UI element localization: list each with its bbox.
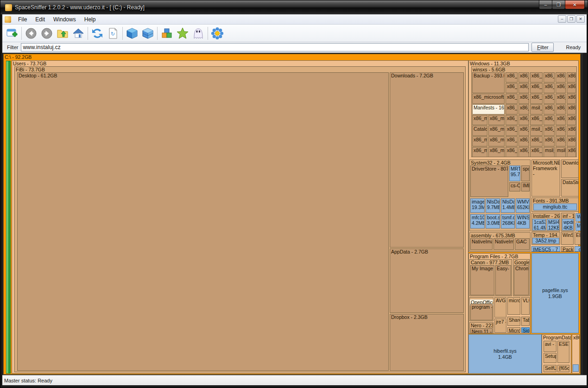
treemap-block[interactable]: WinS. [561,232,574,245]
treemap-block[interactable]: cs-CZ [509,182,520,191]
up-folder-icon[interactable] [55,26,70,41]
treemap-block[interactable]: x86_m [544,136,555,146]
treemap-block[interactable]: boot.sd 3.0MB [486,214,500,229]
treemap-block[interactable]: x86_m [556,126,566,136]
treemap-block[interactable]: Share [507,317,520,326]
filter-input[interactable] [21,43,529,51]
treemap-block[interactable]: x86_m [488,115,505,125]
treemap-block[interactable]: Micros [507,327,520,333]
treemap-block[interactable]: WTV [575,213,581,222]
treemap-block[interactable]: Catalog [472,126,487,136]
filter-button[interactable]: Filter [531,43,554,52]
block-msnet[interactable]: Microsoft.NET Framework - [531,159,560,197]
treemap-block[interactable]: 3A52.tmp [532,238,559,244]
treemap-block[interactable]: NativeImag [470,238,493,250]
cube-simple-icon[interactable] [124,26,140,41]
treemap-block[interactable]: WMVXI 652KB [516,198,530,213]
treemap-block[interactable]: x86_m [567,115,576,125]
treemap-block[interactable]: x86_pn [506,136,518,146]
treemap-block[interactable]: MSI4 12KB [547,219,559,230]
configuration-icon[interactable] [209,26,225,41]
treemap-block[interactable]: x86_mi [506,126,518,136]
treemap-block[interactable]: NlsDat. 1.4MB [501,198,515,213]
block-appdata[interactable]: AppData - 2.7GB [390,248,464,313]
treemap-block[interactable]: x86_i [518,94,529,104]
treemap-block[interactable]: x86_mi [472,147,487,157]
treemap-block[interactable]: x86_m [556,115,566,125]
treemap-block[interactable]: Med [575,223,581,231]
mdi-restore-button[interactable]: ❐ [567,15,575,23]
treemap-block[interactable]: mfc100 4.2MB [470,214,485,229]
treemap-block[interactable]: ELS [575,232,581,245]
file-unnamed[interactable] [573,364,579,372]
blocks-icon[interactable] [159,26,175,41]
file-mrt[interactable]: MRT 95.7M [509,165,520,181]
menu-edit[interactable]: Edit [31,15,49,24]
treemap-block[interactable]: Chrome - [514,265,529,295]
treemap-block[interactable]: x86_m [544,83,555,93]
cube-detail-icon[interactable] [140,26,156,41]
treemap-block[interactable]: msil_sr [556,147,566,157]
forward-icon[interactable] [39,26,55,41]
treemap-block[interactable]: AVG [494,297,506,318]
treemap-block[interactable]: My Image Gar [470,265,494,295]
treemap-block[interactable]: x86_m [544,104,555,114]
treemap-block[interactable]: x86_m [556,72,566,83]
treemap-block[interactable]: Download [561,159,579,178]
maximize-button[interactable]: ❐ [552,0,565,9]
treemap-block[interactable]: x86_m [518,126,529,136]
treemap-block[interactable]: x86_m [506,104,518,114]
block-backup[interactable]: Backup - 393.0M [472,72,505,93]
menu-file[interactable]: File [14,15,31,24]
treemap-block[interactable]: x86_m [518,136,529,146]
treemap-block[interactable]: x86_xn [567,147,576,157]
treemap-block[interactable]: jre7 - [494,318,506,333]
treemap-block[interactable]: x86_m [518,115,529,125]
treemap-block[interactable]: Easy- [495,265,511,295]
treemap-block[interactable]: x86_m [567,94,576,104]
treemap-block[interactable]: x86_pr [544,72,555,83]
treemap-block[interactable]: x86_wp [530,94,543,104]
treemap-block[interactable]: micros [507,297,520,315]
treemap-block[interactable]: x86_m [488,136,505,146]
treemap-block[interactable]: IMESC5 - 7 [531,246,560,252]
treemap-block[interactable]: x86_m [567,136,576,146]
treemap-block[interactable]: x86_m [488,147,505,157]
file-pagefile[interactable]: pagefile.sys 1.9GB [531,253,579,333]
file-mingliub[interactable]: mingliub.ttc [533,204,577,210]
treemap-block[interactable]: x86_mi [472,136,487,146]
treemap-block[interactable]: msil_sy [530,126,543,136]
treemap-block[interactable]: x86_i [518,104,529,114]
treemap-block[interactable]: x86_ph [530,115,543,125]
treemap-block[interactable]: wpdm 4KB [562,219,574,230]
treemap-block[interactable]: x86_m [567,83,576,93]
treemap-block[interactable]: 1ca53 61.4M [532,219,546,230]
block-manifests-highlighted[interactable]: Manifests - 162. [472,104,505,114]
treemap-block[interactable]: x86_mi [472,115,487,125]
treemap-block[interactable]: x86_m [544,115,555,125]
treemap-block[interactable]: msil_sy [530,104,543,114]
home-icon[interactable] [70,26,86,41]
mdi-minimize-button[interactable]: – [558,15,566,23]
back-icon[interactable] [23,26,39,41]
treemap-block[interactable]: {f65c [557,365,569,372]
menu-help[interactable]: Help [80,15,100,24]
mdi-close-button[interactable]: ✕ [576,15,585,23]
treemap-block[interactable]: x86_m [530,83,543,93]
block-driverstore[interactable]: DriverStore - 807.4 [470,165,508,197]
treemap-block[interactable]: _defa [575,246,581,252]
treemap-block[interactable]: imagere 19.3MB [470,198,485,213]
treemap-block[interactable]: x86_m [544,126,555,136]
treemap-block[interactable]: msil_sy [544,147,555,157]
treemap-block[interactable]: x86_m [556,94,566,104]
star-icon[interactable] [175,26,190,41]
menu-windows[interactable]: Windows [49,15,80,24]
treemap-block[interactable]: SetupE [544,353,556,363]
treemap-block[interactable]: DataStore [561,179,579,197]
minimize-button[interactable]: – [539,0,552,9]
treemap-block[interactable]: x86_m [556,136,566,146]
treemap-block[interactable]: WINSC 4KB [516,214,530,229]
treemap-block[interactable]: NativeImag [493,238,514,250]
close-button[interactable]: ✕ [565,0,585,9]
treemap-block[interactable]: avi - 1 [544,341,556,352]
